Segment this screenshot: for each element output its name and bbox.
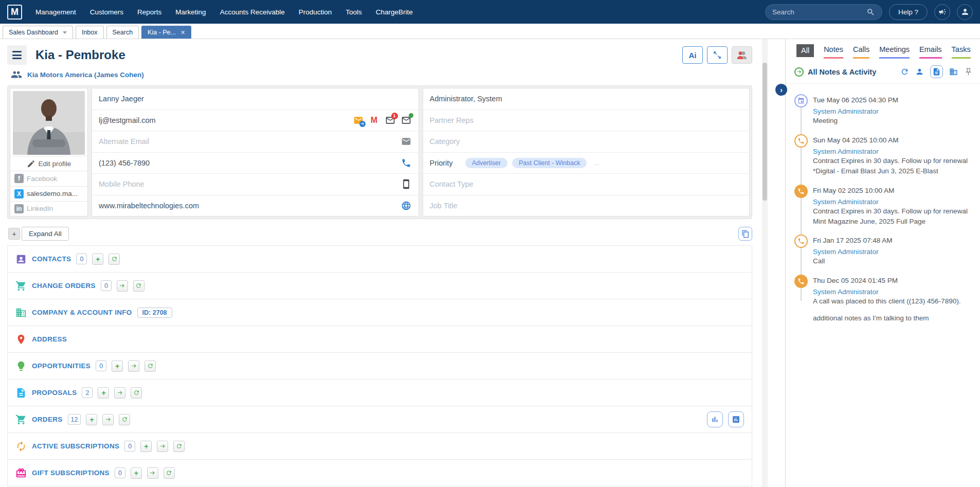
go-button[interactable] — [157, 441, 168, 452]
refresh-button[interactable] — [144, 360, 156, 372]
social-link-facebook[interactable]: fFacebook — [10, 171, 87, 186]
section-label[interactable]: GIFT SUBSCRIPTIONS — [32, 469, 110, 477]
add-button[interactable]: + — [112, 360, 123, 372]
field-row-right-1[interactable]: Partner Reps — [423, 110, 750, 131]
app-logo[interactable]: M — [7, 5, 22, 20]
activity-tab-calls[interactable]: Calls — [853, 45, 869, 59]
field-row-left-0[interactable]: Lanny Jaeger — [92, 88, 419, 110]
contact-filter-icon[interactable] — [915, 67, 924, 76]
add-button[interactable]: + — [86, 414, 97, 425]
company-notes-icon[interactable] — [949, 67, 958, 76]
priority-chip[interactable]: Past Client - Winback — [512, 158, 587, 168]
section-label[interactable]: CHANGE ORDERS — [32, 282, 96, 290]
pin-note-icon[interactable] — [964, 67, 973, 76]
nav-item-tools[interactable]: Tools — [346, 8, 362, 16]
main-scrollbar[interactable] — [762, 39, 768, 487]
search-input[interactable] — [772, 8, 866, 16]
priority-chip[interactable]: Advertiser — [465, 158, 507, 168]
nav-item-reports[interactable]: Reports — [137, 8, 161, 16]
go-button[interactable] — [128, 360, 139, 372]
nav-item-management[interactable]: Management — [35, 8, 76, 16]
activity-tab-tasks[interactable]: Tasks — [952, 45, 971, 59]
contact-notes-icon[interactable] — [930, 65, 943, 78]
field-row-right-2[interactable]: Category — [423, 131, 750, 152]
close-icon[interactable]: ✕ — [180, 29, 185, 36]
refresh-button[interactable] — [164, 467, 175, 479]
section-label[interactable]: ADDRESS — [32, 335, 67, 343]
go-button[interactable] — [102, 414, 114, 425]
account-button[interactable] — [957, 4, 973, 20]
workspace-tab[interactable]: Sales Dashboard — [3, 26, 73, 39]
field-row-right-3[interactable]: PriorityAdvertiserPast Client - Winback.… — [423, 152, 750, 174]
activity-tab-meetings[interactable]: Meetings — [879, 45, 910, 59]
edit-profile-button[interactable]: Edit profile — [10, 156, 87, 171]
chart-button[interactable] — [707, 411, 723, 427]
entry-author[interactable]: System Administrator — [813, 148, 975, 155]
refresh-icon[interactable] — [900, 67, 909, 76]
notes-copy-button[interactable] — [738, 227, 752, 241]
section-label[interactable]: ORDERS — [32, 416, 63, 423]
go-button[interactable] — [117, 280, 128, 292]
refresh-button[interactable] — [131, 387, 142, 399]
report-button[interactable] — [728, 411, 744, 427]
entry-author[interactable]: System Administrator — [813, 288, 975, 296]
workspace-tab[interactable]: Kia - Pe...✕ — [141, 26, 191, 39]
social-link-linkedin[interactable]: inLinkedIn — [10, 201, 87, 216]
activity-tab-all[interactable]: All — [796, 44, 814, 57]
section-label[interactable]: OPPORTUNITIES — [32, 362, 90, 370]
nav-item-marketing[interactable]: Marketing — [175, 8, 206, 16]
scrollbar-thumb[interactable] — [763, 63, 767, 201]
go-button[interactable] — [114, 387, 125, 399]
go-button[interactable] — [147, 467, 158, 479]
add-button[interactable]: + — [131, 467, 142, 479]
related-contacts-button[interactable] — [732, 46, 752, 64]
field-row-right-0[interactable]: Administrator, System — [423, 88, 750, 110]
field-row-left-4[interactable]: Mobile Phone — [92, 173, 419, 195]
field-row-right-4[interactable]: Contact Type — [423, 173, 750, 195]
menu-toggle-button[interactable] — [7, 45, 27, 65]
chevron-down-icon[interactable] — [63, 31, 67, 34]
gmail-icon[interactable]: M — [369, 115, 380, 126]
envelope-icon[interactable] — [401, 136, 412, 147]
globe-icon[interactable] — [401, 200, 412, 211]
refresh-button[interactable] — [119, 414, 130, 425]
mail-forward-icon[interactable]: ➔ — [353, 115, 364, 126]
ai-button[interactable]: Ai — [682, 46, 703, 64]
mail-dot-icon[interactable] — [401, 115, 412, 126]
phone-icon[interactable] — [401, 157, 412, 169]
add-button[interactable]: + — [98, 387, 109, 399]
nav-item-customers[interactable]: Customers — [90, 8, 123, 16]
help-button[interactable]: Help ? — [889, 4, 928, 20]
nav-item-production[interactable]: Production — [299, 8, 332, 16]
profile-photo[interactable] — [13, 91, 85, 155]
add-button[interactable]: + — [92, 254, 103, 265]
field-row-left-1[interactable]: lj@testgmail.com➔M1 — [92, 110, 419, 131]
mobile-icon[interactable] — [401, 178, 412, 190]
activity-tab-notes[interactable]: Notes — [824, 45, 843, 59]
field-row-left-5[interactable]: www.mirabeltechnologies.com — [92, 195, 419, 217]
refresh-button[interactable] — [108, 254, 120, 265]
collapse-panel-button[interactable]: › — [775, 84, 787, 96]
parent-company-link[interactable]: Kia Motors America (James Cohen) — [11, 69, 761, 80]
more-ellipsis[interactable]: ... — [594, 159, 599, 167]
nav-item-accounts-receivable[interactable]: Accounts Receivable — [220, 8, 285, 16]
add-button[interactable]: + — [140, 441, 152, 452]
entry-author[interactable]: System Administrator — [813, 198, 975, 206]
search-icon[interactable] — [866, 8, 875, 16]
section-label[interactable]: ACTIVE SUBSCRIPTIONS — [32, 442, 119, 450]
global-search[interactable] — [765, 4, 882, 20]
section-label[interactable]: COMPANY & ACCOUNT INFO — [32, 309, 132, 316]
expand-all-plus-icon[interactable]: + — [8, 228, 20, 240]
section-label[interactable]: CONTACTS — [32, 255, 71, 263]
activity-tab-emails[interactable]: Emails — [919, 45, 942, 59]
entry-author[interactable]: System Administrator — [813, 107, 975, 115]
field-row-right-5[interactable]: Job Title — [423, 195, 750, 217]
field-row-left-2[interactable]: Alternate Email — [92, 131, 419, 152]
entry-author[interactable]: System Administrator — [813, 248, 975, 256]
refresh-button[interactable] — [133, 280, 144, 292]
refresh-button[interactable] — [173, 441, 185, 452]
nav-item-chargebrite[interactable]: ChargeBrite — [376, 8, 413, 16]
workspace-tab[interactable]: Inbox — [76, 26, 104, 39]
field-row-left-3[interactable]: (123) 456-7890 — [92, 152, 419, 174]
workspace-tab[interactable]: Search — [106, 26, 139, 39]
